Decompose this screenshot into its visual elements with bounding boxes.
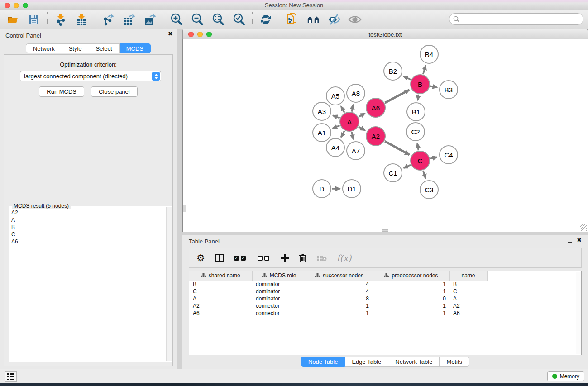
mcds-result-list[interactable]: A2ABCA6 xyxy=(10,209,166,361)
graph-node-B2[interactable]: B2 xyxy=(383,62,402,81)
graph-node-A8[interactable]: A8 xyxy=(346,84,365,103)
delete-table-button[interactable] xyxy=(317,255,327,262)
cell-predecessor_nodes[interactable]: 0 xyxy=(373,295,449,302)
edge-A2-C[interactable] xyxy=(385,141,409,155)
hide-style-button[interactable] xyxy=(327,13,341,26)
edge-A-A4[interactable] xyxy=(341,131,344,137)
graph-node-A3[interactable]: A3 xyxy=(312,102,331,121)
vertical-scrollbar-fragment[interactable] xyxy=(183,205,186,212)
column-header-mcds-role[interactable]: MCDS role xyxy=(252,271,306,281)
cell-shared_name[interactable]: C xyxy=(189,288,252,295)
graph-node-A5[interactable]: A5 xyxy=(326,86,345,105)
cell-filler[interactable] xyxy=(487,302,581,310)
graph-node-C3[interactable]: C3 xyxy=(420,180,439,199)
cell-successor_nodes[interactable]: 4 xyxy=(306,281,373,288)
cell-filler[interactable] xyxy=(487,288,581,295)
table-row[interactable]: Bdominator41B xyxy=(189,281,581,288)
zoom-selected-button[interactable] xyxy=(232,13,246,26)
run-mcds-button[interactable]: Run MCDS xyxy=(39,86,84,97)
criterion-select[interactable]: largest connected component (directed) xyxy=(20,71,161,81)
cell-successor_nodes[interactable]: 1 xyxy=(306,310,373,317)
float-table-panel-icon[interactable] xyxy=(568,238,572,243)
edge-B-B3[interactable] xyxy=(430,86,437,87)
resize-grip[interactable] xyxy=(580,224,587,231)
cell-filler[interactable] xyxy=(487,310,581,317)
cell-shared_name[interactable]: B xyxy=(189,281,252,288)
clone-network-button[interactable] xyxy=(286,13,299,26)
edge-A6-B[interactable] xyxy=(385,90,409,103)
export-table-button[interactable] xyxy=(122,13,136,26)
cell-mcds_role[interactable]: connector xyxy=(252,310,306,317)
cell-successor_nodes[interactable]: 4 xyxy=(306,288,373,295)
graph-node-D[interactable]: D xyxy=(312,179,331,198)
horizontal-scrollbar-fragment[interactable] xyxy=(382,229,388,232)
tab-node-table[interactable]: Node Table xyxy=(301,357,345,367)
tab-style[interactable]: Style xyxy=(62,43,89,53)
edge-A-A3[interactable] xyxy=(333,115,339,118)
cell-mcds_role[interactable]: dominator xyxy=(252,288,306,295)
edge-A-A1[interactable] xyxy=(333,125,339,128)
graph-node-B1[interactable]: B1 xyxy=(406,102,425,121)
open-session-button[interactable] xyxy=(6,13,20,26)
cell-name[interactable]: B xyxy=(449,281,487,288)
cell-predecessor_nodes[interactable]: 1 xyxy=(373,288,449,295)
edge-B-B1[interactable] xyxy=(418,95,419,100)
table-options-button[interactable]: ⚙ xyxy=(196,253,205,262)
result-item[interactable]: A xyxy=(10,216,166,224)
graph-node-C4[interactable]: C4 xyxy=(439,145,458,164)
graph-node-A6[interactable]: A6 xyxy=(366,98,386,118)
export-network-button[interactable] xyxy=(101,13,115,26)
graph-node-C2[interactable]: C2 xyxy=(406,122,425,141)
column-header-shared-name[interactable]: shared name xyxy=(189,271,252,281)
cell-mcds_role[interactable]: dominator xyxy=(252,281,306,288)
edge-A-A2[interactable] xyxy=(359,127,365,130)
task-history-button[interactable] xyxy=(5,371,17,382)
cell-predecessor_nodes[interactable]: 1 xyxy=(373,310,449,317)
cell-predecessor_nodes[interactable]: 1 xyxy=(373,281,449,288)
show-column-button[interactable] xyxy=(215,254,224,262)
tab-motifs[interactable]: Motifs xyxy=(440,357,469,367)
table-row[interactable]: Cdominator41C xyxy=(189,288,581,295)
graph-node-A1[interactable]: A1 xyxy=(312,123,331,142)
zoom-in-button[interactable] xyxy=(170,13,183,26)
tab-network[interactable]: Network xyxy=(26,43,62,53)
edge-C-C1[interactable] xyxy=(404,165,411,168)
graph-node-B4[interactable]: B4 xyxy=(420,45,439,64)
graph-node-C[interactable]: C xyxy=(410,151,430,171)
edge-A-A6[interactable] xyxy=(359,114,365,117)
edge-A-A7[interactable] xyxy=(352,132,354,139)
table-scrollbar[interactable] xyxy=(576,272,581,354)
tab-select[interactable]: Select xyxy=(89,43,120,53)
export-image-button[interactable] xyxy=(143,13,157,26)
graph-node-A2[interactable]: A2 xyxy=(366,126,386,146)
zoom-fit-button[interactable] xyxy=(211,13,225,26)
cell-shared_name[interactable]: A xyxy=(189,295,252,302)
home-button[interactable] xyxy=(306,13,320,26)
cell-name[interactable]: A xyxy=(449,295,487,302)
result-item[interactable]: A6 xyxy=(10,238,166,245)
cell-shared_name[interactable]: A6 xyxy=(189,310,252,317)
table-row[interactable]: Adominator80A xyxy=(189,295,581,302)
tab-mcds[interactable]: MCDS xyxy=(120,43,151,53)
table-row[interactable]: A6connector11A6 xyxy=(189,310,581,317)
graph-node-D1[interactable]: D1 xyxy=(342,179,361,198)
deselect-all-button[interactable] xyxy=(258,256,271,261)
network-window-titlebar[interactable]: testGlobe.txt xyxy=(182,29,588,39)
cell-successor_nodes[interactable]: 1 xyxy=(306,302,373,310)
edge-A-A5[interactable] xyxy=(341,106,344,113)
refresh-layout-button[interactable] xyxy=(259,13,272,26)
cell-name[interactable]: C xyxy=(449,288,487,295)
cell-shared_name[interactable]: A2 xyxy=(189,302,252,310)
cell-mcds_role[interactable]: connector xyxy=(252,302,306,310)
cell-name[interactable]: A2 xyxy=(449,302,487,310)
edge-C-C2[interactable] xyxy=(417,143,418,151)
delete-column-button[interactable] xyxy=(299,253,307,263)
result-item[interactable]: A2 xyxy=(10,209,166,216)
edge-B-B4[interactable] xyxy=(423,66,426,74)
result-scrollbar[interactable] xyxy=(166,207,172,361)
cell-mcds_role[interactable]: dominator xyxy=(252,295,306,302)
edge-A-A8[interactable] xyxy=(352,105,353,111)
edge-B-B2[interactable] xyxy=(403,76,411,80)
close-panel-icon[interactable]: ✖ xyxy=(168,32,173,36)
select-all-button[interactable]: ✓✓ xyxy=(234,256,248,261)
